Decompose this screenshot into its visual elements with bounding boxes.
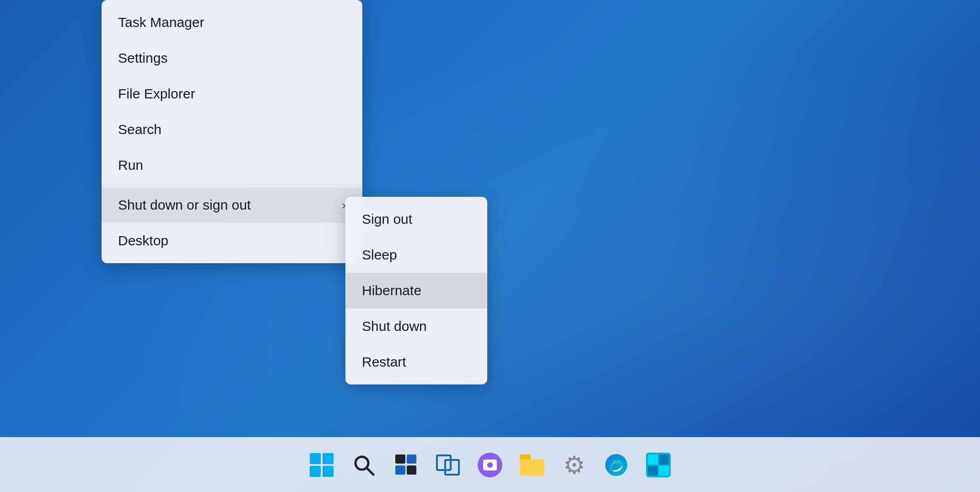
submenu-item-sign-out[interactable]: Sign out bbox=[345, 201, 487, 237]
menu-item-shut-down-label: Shut down or sign out bbox=[118, 197, 251, 213]
search-icon bbox=[352, 454, 375, 476]
task-view-icon bbox=[436, 454, 460, 476]
menu-item-settings[interactable]: Settings bbox=[102, 40, 362, 76]
start-button[interactable] bbox=[303, 447, 340, 483]
menu-item-task-manager[interactable]: Task Manager bbox=[102, 5, 362, 40]
menu-item-task-manager-label: Task Manager bbox=[118, 15, 204, 30]
menu-item-run[interactable]: Run bbox=[102, 147, 362, 183]
settings-icon: ⚙ bbox=[563, 453, 585, 477]
svg-point-2 bbox=[605, 454, 627, 476]
submenu-item-sleep[interactable]: Sleep bbox=[345, 237, 487, 273]
svg-rect-4 bbox=[648, 454, 658, 465]
svg-line-1 bbox=[366, 468, 373, 475]
menu-item-shut-down-or-sign-out[interactable]: Shut down or sign out › bbox=[102, 187, 362, 223]
submenu-item-restart[interactable]: Restart bbox=[345, 344, 487, 380]
widgets-button[interactable] bbox=[388, 447, 424, 483]
sub-context-menu: Sign out Sleep Hibernate Shut down Resta… bbox=[345, 197, 487, 384]
folder-icon bbox=[520, 454, 544, 476]
store-button[interactable] bbox=[640, 447, 677, 483]
menu-item-desktop-label: Desktop bbox=[118, 233, 168, 249]
submenu-shut-down-label: Shut down bbox=[362, 319, 427, 334]
settings-button[interactable]: ⚙ bbox=[556, 447, 592, 483]
menu-item-search[interactable]: Search bbox=[102, 112, 362, 147]
edge-icon bbox=[604, 453, 629, 477]
submenu-sleep-label: Sleep bbox=[362, 247, 397, 263]
submenu-sign-out-label: Sign out bbox=[362, 211, 412, 227]
menu-item-desktop[interactable]: Desktop bbox=[102, 223, 362, 259]
svg-rect-7 bbox=[659, 465, 669, 476]
menu-item-settings-label: Settings bbox=[118, 50, 167, 66]
menu-item-file-explorer[interactable]: File Explorer bbox=[102, 76, 362, 112]
windows-logo-icon bbox=[310, 453, 334, 477]
menu-item-search-label: Search bbox=[118, 122, 162, 137]
widgets-icon bbox=[395, 454, 416, 476]
file-explorer-button[interactable] bbox=[514, 447, 550, 483]
submenu-restart-label: Restart bbox=[362, 354, 406, 370]
menu-item-run-label: Run bbox=[118, 157, 143, 173]
menu-divider bbox=[102, 185, 362, 185]
menu-item-file-explorer-label: File Explorer bbox=[118, 86, 195, 102]
store-icon bbox=[646, 453, 671, 477]
zoom-button[interactable] bbox=[472, 447, 508, 483]
search-button[interactable] bbox=[345, 447, 382, 483]
main-context-menu: Task Manager Settings File Explorer Sear… bbox=[102, 0, 362, 263]
svg-rect-5 bbox=[659, 454, 669, 465]
submenu-item-shut-down[interactable]: Shut down bbox=[345, 308, 487, 344]
svg-rect-6 bbox=[648, 465, 658, 476]
submenu-hibernate-label: Hibernate bbox=[362, 283, 421, 298]
edge-button[interactable] bbox=[598, 447, 635, 483]
desktop: Task Manager Settings File Explorer Sear… bbox=[0, 0, 980, 492]
task-view-button[interactable] bbox=[430, 447, 466, 483]
submenu-item-hibernate[interactable]: Hibernate bbox=[345, 273, 487, 308]
zoom-icon bbox=[478, 453, 502, 477]
taskbar: ⚙ bbox=[0, 437, 980, 492]
